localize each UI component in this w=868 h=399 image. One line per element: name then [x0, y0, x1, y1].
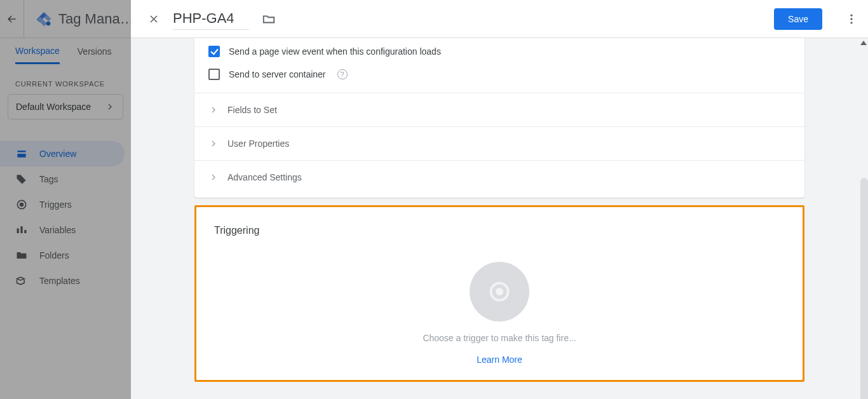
tag-configuration-card: Send a page view event when this configu…: [194, 38, 804, 198]
svg-point-8: [850, 14, 852, 16]
chevron-right-icon: [208, 172, 219, 182]
user-properties-expander[interactable]: User Properties: [208, 127, 790, 160]
chevron-right-icon: [208, 105, 219, 115]
advanced-settings-label: Advanced Settings: [227, 172, 302, 182]
help-icon[interactable]: ?: [337, 69, 348, 79]
close-panel-button[interactable]: [147, 13, 160, 25]
page-view-checkbox[interactable]: [208, 46, 220, 57]
svg-point-9: [850, 18, 852, 20]
triggering-title: Triggering: [214, 225, 785, 236]
scrollbar-thumb[interactable]: [860, 178, 868, 399]
page-view-label: Send a page view event when this configu…: [229, 46, 441, 57]
svg-point-12: [496, 288, 503, 295]
fields-to-set-expander[interactable]: Fields to Set: [208, 93, 790, 126]
scroll-up-arrow[interactable]: [860, 41, 867, 45]
folder-button[interactable]: [262, 12, 276, 26]
learn-more-link[interactable]: Learn More: [477, 355, 522, 365]
trigger-placeholder-icon: [470, 262, 529, 321]
server-container-label: Send to server container: [229, 69, 326, 79]
svg-point-10: [850, 22, 852, 24]
tag-name-input[interactable]: [173, 8, 249, 30]
fields-to-set-label: Fields to Set: [227, 105, 277, 115]
advanced-settings-expander[interactable]: Advanced Settings: [208, 161, 790, 194]
tag-editor-panel: Save Send a page view event when this co…: [131, 0, 868, 399]
server-container-checkbox[interactable]: [208, 69, 220, 80]
trigger-prompt-text: Choose a trigger to make this tag fire..…: [423, 333, 576, 343]
triggering-card[interactable]: Triggering Choose a trigger to make this…: [194, 205, 804, 382]
user-properties-label: User Properties: [227, 139, 289, 149]
save-button[interactable]: Save: [774, 8, 822, 30]
more-menu-button[interactable]: [845, 13, 858, 25]
chevron-right-icon: [208, 139, 219, 149]
